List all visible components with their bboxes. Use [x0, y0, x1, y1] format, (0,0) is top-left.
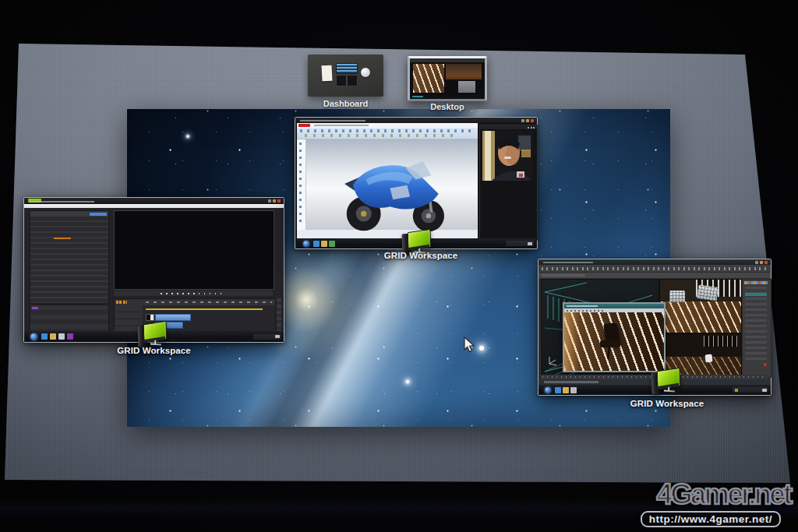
- grid-workspace-label: GRID Workspace: [628, 399, 706, 408]
- motorcycle-model: [320, 143, 468, 242]
- watermark: 4Gamer.net http://www.4gamer.net/: [591, 480, 793, 527]
- desktop-thumb-scene-area: [446, 64, 482, 79]
- tool-strip[interactable]: [277, 298, 281, 333]
- monitor-stand: [664, 390, 675, 393]
- rendered-chair-leg: [607, 347, 610, 359]
- timeline-header: [115, 299, 275, 305]
- video-window-titlebar: [480, 125, 537, 129]
- system-tray[interactable]: [253, 334, 281, 340]
- taskbar-app-icon[interactable]: [313, 241, 320, 247]
- taskbar-app-icon[interactable]: [321, 241, 327, 247]
- start-orb[interactable]: [545, 387, 551, 393]
- cad-app-logo: [298, 124, 310, 127]
- program-monitor[interactable]: [114, 210, 274, 290]
- start-orb[interactable]: [30, 333, 37, 340]
- space-label-dashboard: Dashboard: [308, 99, 383, 108]
- system-tray[interactable]: [506, 241, 534, 246]
- dashboard-world-clock-widget: [336, 63, 358, 74]
- interview-video-frame: [482, 131, 533, 181]
- transport-controls[interactable]: [114, 291, 273, 296]
- space-thumbnail-dashboard[interactable]: [308, 55, 383, 97]
- wood-floor-sunlight: [660, 301, 741, 333]
- window-controls[interactable]: [755, 261, 768, 264]
- main-toolbar[interactable]: [538, 265, 771, 273]
- window-controls[interactable]: [521, 119, 534, 122]
- space-label-desktop: Desktop: [408, 102, 487, 111]
- secondary-toolbar[interactable]: [538, 273, 771, 278]
- grid-workspace-label: GRID Workspace: [383, 251, 458, 260]
- watermark-logo: 4Gamer.net: [591, 480, 793, 509]
- command-panel[interactable]: [742, 279, 772, 378]
- taskbar-app-icon[interactable]: [67, 333, 73, 340]
- window-title-text: [543, 262, 593, 263]
- bright-star: [406, 380, 409, 383]
- render-preview-window[interactable]: [563, 302, 666, 372]
- lounge-chair: [697, 284, 719, 301]
- mouse-cursor: [464, 336, 475, 353]
- lounge-chair: [669, 291, 685, 302]
- cad-viewport[interactable]: [306, 139, 478, 230]
- bright-star: [187, 136, 189, 138]
- window-title-text: [29, 201, 94, 203]
- viewport-area: [541, 279, 768, 375]
- timeline-marker-line: [146, 308, 263, 310]
- editor-body: [24, 208, 284, 331]
- record-indicator: [764, 363, 767, 366]
- dashboard-clock-widget: [361, 68, 370, 77]
- desktop-thumb-titlebar: [410, 58, 485, 62]
- dashboard-widget-tile: [336, 75, 347, 86]
- project-panel[interactable]: [30, 210, 109, 304]
- video-clip[interactable]: [155, 314, 191, 321]
- desktop-thumb-panel: [458, 81, 475, 93]
- dashboard-widget-tile: [347, 75, 358, 86]
- window-titlebar[interactable]: [24, 198, 284, 204]
- selected-item-highlight: [54, 238, 71, 239]
- white-chair: [705, 354, 713, 363]
- window-cad-workspace[interactable]: [295, 117, 538, 249]
- taskbar-app-icon[interactable]: [329, 241, 335, 247]
- taskbar-app-icon[interactable]: [555, 387, 561, 393]
- dashboard-sticky-widget: [321, 65, 332, 82]
- taskbar-app-icon[interactable]: [50, 333, 56, 340]
- video-player-window[interactable]: [479, 125, 538, 241]
- system-tray[interactable]: [733, 387, 768, 393]
- taskbar-app-icon[interactable]: [570, 387, 577, 393]
- window-controls[interactable]: [268, 199, 281, 203]
- taskbar-app-icon[interactable]: [41, 333, 48, 340]
- grid-workspace-label: GRID Workspace: [109, 346, 199, 355]
- desktop-thumb-taskbar: [410, 95, 485, 99]
- window-blinds: [704, 336, 738, 347]
- window-video-editing-workspace[interactable]: [23, 197, 284, 343]
- window-title-text: [300, 120, 365, 122]
- stage-photo: Dashboard Desktop: [0, 0, 798, 532]
- taskbar-app-icon[interactable]: [58, 333, 65, 340]
- watermark-url: http://www.4gamer.net/: [641, 511, 781, 527]
- window-titlebar[interactable]: [295, 118, 537, 123]
- cad-toolbar[interactable]: [297, 128, 478, 139]
- feature-tree-panel[interactable]: [297, 139, 306, 230]
- cad-application: [297, 123, 478, 240]
- start-orb[interactable]: [303, 241, 309, 247]
- shaded-viewport-top[interactable]: [659, 279, 742, 333]
- grid-workspace-monitor-icon[interactable]: [650, 369, 683, 400]
- taskbar-app-icon[interactable]: [563, 387, 569, 393]
- bright-star: [479, 346, 484, 351]
- space-thumbnail-desktop[interactable]: [408, 56, 487, 101]
- clip-thumbnail: [146, 314, 154, 321]
- window-titlebar[interactable]: [538, 259, 771, 265]
- desktop-thumb-render-area: [413, 64, 444, 93]
- rendered-image: [564, 312, 664, 371]
